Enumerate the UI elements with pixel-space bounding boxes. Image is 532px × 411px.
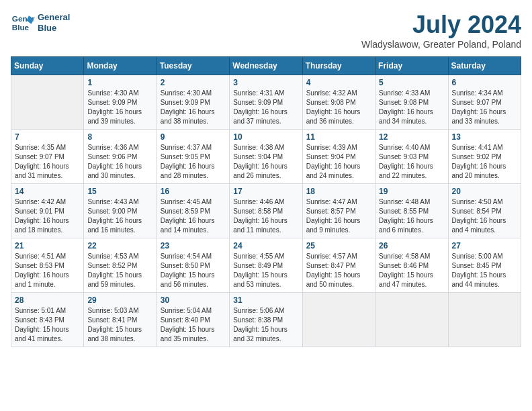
day-info: Sunrise: 4:55 AM Sunset: 8:49 PM Dayligh…: [233, 252, 298, 289]
day-number: 2: [161, 78, 226, 87]
calendar-cell: 24Sunrise: 4:55 AM Sunset: 8:49 PM Dayli…: [230, 238, 302, 293]
svg-text:Blue: Blue: [12, 23, 30, 32]
calendar-cell: 13Sunrise: 4:41 AM Sunset: 9:02 PM Dayli…: [448, 130, 521, 184]
calendar-cell: 4Sunrise: 4:32 AM Sunset: 9:08 PM Daylig…: [302, 75, 375, 130]
day-info: Sunrise: 4:33 AM Sunset: 9:08 PM Dayligh…: [379, 89, 444, 126]
day-info: Sunrise: 4:41 AM Sunset: 9:02 PM Dayligh…: [452, 143, 517, 181]
day-info: Sunrise: 4:37 AM Sunset: 9:05 PM Dayligh…: [161, 143, 226, 181]
day-number: 18: [306, 187, 371, 196]
day-number: 13: [452, 132, 517, 142]
calendar-cell: [11, 75, 84, 130]
column-header-saturday: Saturday: [448, 57, 521, 75]
day-info: Sunrise: 4:31 AM Sunset: 9:09 PM Dayligh…: [233, 89, 298, 126]
title-area: July 2024 Wladyslawow, Greater Poland, P…: [361, 11, 521, 50]
calendar-week-row: 28Sunrise: 5:01 AM Sunset: 8:43 PM Dayli…: [11, 293, 521, 347]
day-info: Sunrise: 5:01 AM Sunset: 8:43 PM Dayligh…: [15, 306, 80, 344]
day-number: 16: [161, 187, 226, 196]
day-info: Sunrise: 4:54 AM Sunset: 8:50 PM Dayligh…: [161, 252, 226, 289]
day-number: 8: [87, 132, 152, 142]
day-number: 30: [161, 295, 226, 305]
logo: General Blue GeneralBlue: [11, 11, 70, 35]
day-number: 23: [161, 241, 226, 250]
day-info: Sunrise: 4:32 AM Sunset: 9:08 PM Dayligh…: [306, 89, 371, 126]
day-info: Sunrise: 5:04 AM Sunset: 8:40 PM Dayligh…: [161, 306, 226, 344]
day-info: Sunrise: 4:53 AM Sunset: 8:52 PM Dayligh…: [87, 252, 152, 289]
calendar-cell: 12Sunrise: 4:40 AM Sunset: 9:03 PM Dayli…: [375, 130, 448, 184]
day-number: 12: [379, 132, 444, 142]
day-info: Sunrise: 4:57 AM Sunset: 8:47 PM Dayligh…: [306, 252, 371, 289]
calendar-cell: 20Sunrise: 4:50 AM Sunset: 8:54 PM Dayli…: [448, 184, 521, 238]
day-info: Sunrise: 4:40 AM Sunset: 9:03 PM Dayligh…: [379, 143, 444, 181]
day-number: 7: [15, 132, 80, 142]
logo-text: GeneralBlue: [38, 12, 70, 33]
subtitle: Wladyslawow, Greater Poland, Poland: [361, 39, 521, 50]
calendar-cell: 7Sunrise: 4:35 AM Sunset: 9:07 PM Daylig…: [11, 130, 84, 184]
calendar-cell: 16Sunrise: 4:45 AM Sunset: 8:59 PM Dayli…: [157, 184, 229, 238]
calendar-cell: 21Sunrise: 4:51 AM Sunset: 8:53 PM Dayli…: [11, 238, 84, 293]
day-number: 26: [379, 241, 444, 250]
day-info: Sunrise: 4:42 AM Sunset: 9:01 PM Dayligh…: [15, 197, 80, 235]
day-info: Sunrise: 4:35 AM Sunset: 9:07 PM Dayligh…: [15, 143, 80, 181]
column-header-sunday: Sunday: [11, 57, 84, 75]
day-number: 11: [306, 132, 371, 142]
day-number: 19: [379, 187, 444, 196]
calendar-cell: 30Sunrise: 5:04 AM Sunset: 8:40 PM Dayli…: [157, 293, 229, 347]
calendar-cell: 14Sunrise: 4:42 AM Sunset: 9:01 PM Dayli…: [11, 184, 84, 238]
calendar-cell: 8Sunrise: 4:36 AM Sunset: 9:06 PM Daylig…: [84, 130, 157, 184]
day-info: Sunrise: 5:03 AM Sunset: 8:41 PM Dayligh…: [87, 306, 152, 344]
column-header-monday: Monday: [84, 57, 157, 75]
day-number: 4: [306, 78, 371, 87]
day-info: Sunrise: 4:50 AM Sunset: 8:54 PM Dayligh…: [452, 197, 517, 235]
column-header-tuesday: Tuesday: [157, 57, 229, 75]
calendar-cell: 27Sunrise: 5:00 AM Sunset: 8:45 PM Dayli…: [448, 238, 521, 293]
calendar-cell: 11Sunrise: 4:39 AM Sunset: 9:04 PM Dayli…: [302, 130, 375, 184]
calendar-cell: 15Sunrise: 4:43 AM Sunset: 9:00 PM Dayli…: [84, 184, 157, 238]
day-number: 17: [233, 187, 298, 196]
day-number: 1: [87, 78, 152, 87]
day-number: 27: [452, 241, 517, 250]
calendar-cell: 3Sunrise: 4:31 AM Sunset: 9:09 PM Daylig…: [230, 75, 302, 130]
column-header-thursday: Thursday: [302, 57, 375, 75]
day-info: Sunrise: 5:00 AM Sunset: 8:45 PM Dayligh…: [452, 252, 517, 289]
calendar-cell: 19Sunrise: 4:48 AM Sunset: 8:55 PM Dayli…: [375, 184, 448, 238]
header-row: SundayMondayTuesdayWednesdayThursdayFrid…: [11, 57, 521, 75]
day-info: Sunrise: 4:30 AM Sunset: 9:09 PM Dayligh…: [161, 89, 226, 126]
day-info: Sunrise: 4:45 AM Sunset: 8:59 PM Dayligh…: [161, 197, 226, 235]
calendar-cell: 23Sunrise: 4:54 AM Sunset: 8:50 PM Dayli…: [157, 238, 229, 293]
day-info: Sunrise: 4:58 AM Sunset: 8:46 PM Dayligh…: [379, 252, 444, 289]
column-header-wednesday: Wednesday: [230, 57, 302, 75]
day-info: Sunrise: 4:38 AM Sunset: 9:04 PM Dayligh…: [233, 143, 298, 181]
calendar-cell: [302, 293, 375, 347]
day-info: Sunrise: 4:47 AM Sunset: 8:57 PM Dayligh…: [306, 197, 371, 235]
day-number: 29: [87, 295, 152, 305]
day-number: 31: [233, 295, 298, 305]
calendar-cell: 26Sunrise: 4:58 AM Sunset: 8:46 PM Dayli…: [375, 238, 448, 293]
day-info: Sunrise: 4:39 AM Sunset: 9:04 PM Dayligh…: [306, 143, 371, 181]
calendar-cell: 25Sunrise: 4:57 AM Sunset: 8:47 PM Dayli…: [302, 238, 375, 293]
day-number: 21: [15, 241, 80, 250]
day-number: 20: [452, 187, 517, 196]
day-number: 6: [452, 78, 517, 87]
day-number: 5: [379, 78, 444, 87]
calendar-cell: 10Sunrise: 4:38 AM Sunset: 9:04 PM Dayli…: [230, 130, 302, 184]
calendar-week-row: 14Sunrise: 4:42 AM Sunset: 9:01 PM Dayli…: [11, 184, 521, 238]
day-info: Sunrise: 4:34 AM Sunset: 9:07 PM Dayligh…: [452, 89, 517, 126]
calendar-cell: [448, 293, 521, 347]
calendar-week-row: 21Sunrise: 4:51 AM Sunset: 8:53 PM Dayli…: [11, 238, 521, 293]
calendar-cell: 31Sunrise: 5:06 AM Sunset: 8:38 PM Dayli…: [230, 293, 302, 347]
day-number: 24: [233, 241, 298, 250]
calendar-cell: [375, 293, 448, 347]
day-number: 9: [161, 132, 226, 142]
calendar-cell: 17Sunrise: 4:46 AM Sunset: 8:58 PM Dayli…: [230, 184, 302, 238]
calendar-cell: 5Sunrise: 4:33 AM Sunset: 9:08 PM Daylig…: [375, 75, 448, 130]
calendar-cell: 2Sunrise: 4:30 AM Sunset: 9:09 PM Daylig…: [157, 75, 229, 130]
day-number: 28: [15, 295, 80, 305]
calendar-cell: 6Sunrise: 4:34 AM Sunset: 9:07 PM Daylig…: [448, 75, 521, 130]
calendar-cell: 1Sunrise: 4:30 AM Sunset: 9:09 PM Daylig…: [84, 75, 157, 130]
calendar-week-row: 1Sunrise: 4:30 AM Sunset: 9:09 PM Daylig…: [11, 75, 521, 130]
logo-icon: General Blue: [11, 11, 35, 35]
day-number: 3: [233, 78, 298, 87]
calendar-week-row: 7Sunrise: 4:35 AM Sunset: 9:07 PM Daylig…: [11, 130, 521, 184]
day-info: Sunrise: 4:30 AM Sunset: 9:09 PM Dayligh…: [87, 89, 152, 126]
calendar-cell: 18Sunrise: 4:47 AM Sunset: 8:57 PM Dayli…: [302, 184, 375, 238]
